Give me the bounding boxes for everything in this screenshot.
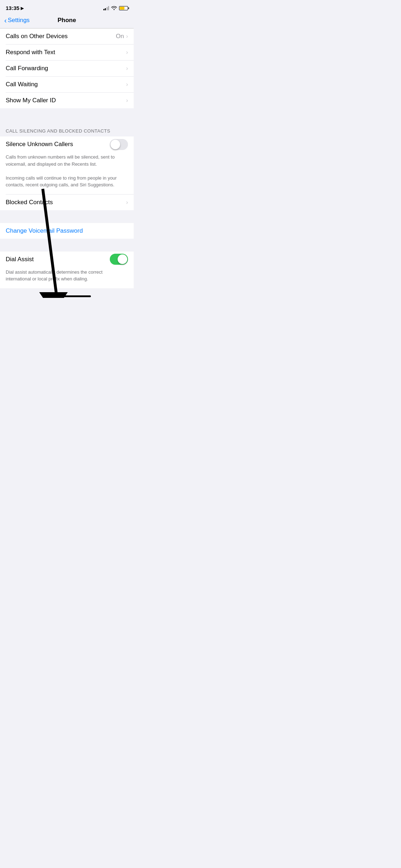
group3: Change Voicemail Password bbox=[0, 223, 134, 239]
call-forwarding-row[interactable]: Call Forwarding › bbox=[0, 61, 134, 76]
call-waiting-row[interactable]: Call Waiting › bbox=[0, 77, 134, 92]
back-chevron-icon: ‹ bbox=[4, 17, 7, 24]
dial-assist-row[interactable]: Dial Assist bbox=[0, 252, 134, 267]
home-indicator-area bbox=[0, 288, 134, 298]
silence-unknown-callers-description: Calls from unknown numbers will be silen… bbox=[0, 152, 134, 194]
status-time: 13:35 bbox=[6, 5, 19, 11]
nav-header: ‹ Settings Phone bbox=[0, 13, 134, 28]
silence-unknown-callers-label: Silence Unknown Callers bbox=[6, 141, 73, 148]
silence-unknown-callers-row[interactable]: Silence Unknown Callers bbox=[0, 136, 134, 152]
group2: Silence Unknown Callers Calls from unkno… bbox=[0, 136, 134, 210]
chevron-right-icon: › bbox=[126, 65, 128, 72]
show-caller-id-row[interactable]: Show My Caller ID › bbox=[0, 93, 134, 108]
chevron-right-icon: › bbox=[126, 81, 128, 88]
chevron-right-icon: › bbox=[126, 33, 128, 40]
home-bar bbox=[43, 295, 91, 297]
signal-bars-icon bbox=[103, 6, 109, 10]
wifi-icon bbox=[111, 5, 117, 11]
chevron-right-icon: › bbox=[126, 49, 128, 56]
status-bar: 13:35 ▶ bbox=[0, 0, 134, 13]
respond-with-text-row[interactable]: Respond with Text › bbox=[0, 45, 134, 60]
back-button[interactable]: ‹ Settings bbox=[4, 17, 30, 24]
respond-with-text-label: Respond with Text bbox=[6, 49, 55, 56]
silence-unknown-callers-toggle[interactable] bbox=[110, 139, 128, 150]
dial-assist-description: Dial assist automatically determines the… bbox=[0, 267, 134, 288]
silence-description-2: Incoming calls will continue to ring fro… bbox=[6, 175, 117, 188]
battery-icon bbox=[119, 6, 128, 10]
blocked-contacts-row[interactable]: Blocked Contacts › bbox=[0, 195, 134, 210]
dial-assist-label: Dial Assist bbox=[6, 256, 34, 263]
group1: Calls on Other Devices On › Respond with… bbox=[0, 29, 134, 108]
calls-on-other-devices-row[interactable]: Calls on Other Devices On › bbox=[0, 29, 134, 44]
call-silencing-section-header: CALL SILENCING AND BLOCKED CONTACTS bbox=[0, 121, 134, 136]
chevron-right-icon: › bbox=[126, 97, 128, 104]
chevron-right-icon: › bbox=[126, 199, 128, 206]
call-waiting-label: Call Waiting bbox=[6, 81, 38, 88]
calls-on-other-devices-label: Calls on Other Devices bbox=[6, 33, 68, 40]
page-title: Phone bbox=[58, 17, 76, 24]
dial-assist-toggle[interactable] bbox=[110, 254, 128, 265]
status-icons bbox=[103, 5, 128, 11]
show-caller-id-label: Show My Caller ID bbox=[6, 97, 56, 104]
blocked-contacts-label: Blocked Contacts bbox=[6, 199, 53, 206]
call-forwarding-label: Call Forwarding bbox=[6, 65, 48, 72]
calls-on-other-devices-value: On bbox=[116, 33, 124, 40]
back-label: Settings bbox=[8, 17, 30, 24]
group4: Dial Assist Dial assist automatically de… bbox=[0, 252, 134, 288]
change-voicemail-password-label: Change Voicemail Password bbox=[6, 227, 83, 234]
location-arrow-icon: ▶ bbox=[21, 6, 24, 11]
silence-description-1: Calls from unknown numbers will be silen… bbox=[6, 154, 115, 167]
change-voicemail-password-row[interactable]: Change Voicemail Password bbox=[0, 223, 134, 239]
